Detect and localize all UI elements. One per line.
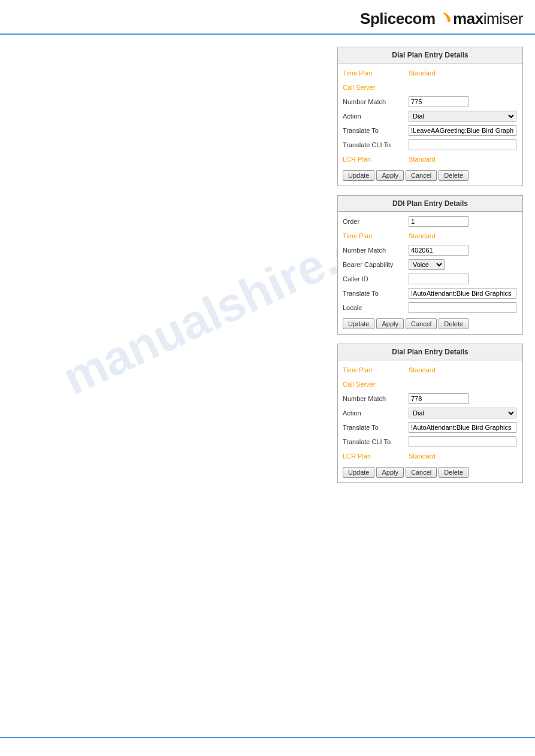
panel1-number-match-label: Number Match	[343, 98, 409, 105]
panel2-caller-id-label: Caller ID	[343, 275, 409, 283]
panel2-cancel-button[interactable]: Cancel	[406, 318, 437, 329]
panel2-apply-button[interactable]: Apply	[376, 318, 404, 329]
panel3-action-label: Action	[343, 409, 409, 417]
panel2-number-match-row: Number Match	[343, 244, 518, 256]
panel3-translate-to-input[interactable]	[409, 422, 516, 433]
panel2-caller-id-input[interactable]	[409, 274, 468, 284]
panel2-number-match-input[interactable]	[409, 245, 468, 256]
panel1-call-server-row: Call Server	[343, 81, 518, 93]
panel2-bearer-row: Bearer Capability Voice	[343, 259, 518, 271]
panel2-order-row: Order	[343, 215, 518, 227]
panel3-call-server-row: Call Server	[343, 378, 518, 390]
panel1-action-row: Action Dial	[343, 110, 518, 122]
panel1-action-label: Action	[343, 113, 409, 120]
panel3-number-match-input[interactable]	[409, 393, 468, 404]
panel1-body: Time Plan Standard Call Server Number Ma…	[338, 63, 522, 186]
panel2-order-label: Order	[343, 218, 409, 225]
panel1-translate-cli-row: Translate CLI To	[343, 139, 518, 151]
panel3-apply-button[interactable]: Apply	[376, 467, 404, 478]
panel1-translate-to-row: Translate To	[343, 125, 518, 136]
panel1-translate-cli-label: Translate CLI To	[343, 141, 409, 148]
panel2-update-button[interactable]: Update	[343, 318, 374, 329]
panel1-translate-to-label: Translate To	[343, 127, 409, 134]
panel3-number-match-label: Number Match	[343, 395, 409, 402]
panel1-time-plan-label[interactable]: Time Plan	[343, 69, 409, 77]
panel3-delete-button[interactable]: Delete	[439, 467, 468, 478]
panel3-translate-cli-label: Translate CLI To	[343, 438, 409, 445]
panel3-lcr-plan-value: Standard	[409, 453, 436, 460]
panel3-translate-to-row: Translate To	[343, 421, 518, 433]
main-content: Dial Plan Entry Details Time Plan Standa…	[0, 35, 535, 495]
panel2-time-plan-row: Time Plan Standard	[343, 230, 518, 242]
panel3-time-plan-row: Time Plan Standard	[343, 364, 518, 376]
panel1-lcr-plan-label[interactable]: LCR Plan	[343, 156, 409, 163]
panel2-body: Order Time Plan Standard Number Match Be…	[338, 212, 522, 334]
header: Splicecomヽmaximiser	[0, 0, 535, 35]
panel1-delete-button[interactable]: Delete	[439, 170, 468, 181]
panel1-action-select[interactable]: Dial	[409, 111, 516, 122]
panel1-cancel-button[interactable]: Cancel	[406, 170, 437, 181]
panel2-bearer-select[interactable]: Voice	[409, 259, 445, 270]
panel1-time-plan-value: Standard	[409, 69, 436, 77]
panel1-lcr-plan-row: LCR Plan Standard	[343, 153, 518, 165]
panel2-number-match-label: Number Match	[343, 247, 409, 254]
panel3-time-plan-label[interactable]: Time Plan	[343, 366, 409, 374]
panel2-translate-to-row: Translate To	[343, 287, 518, 299]
panel2-order-input[interactable]	[409, 216, 468, 227]
panel3-translate-to-label: Translate To	[343, 424, 409, 431]
panel-ddi-plan: DDI Plan Entry Details Order Time Plan S…	[337, 195, 523, 335]
footer-line	[0, 737, 535, 738]
panel2-caller-id-row: Caller ID	[343, 273, 518, 285]
panel2-time-plan-value: Standard	[409, 232, 436, 239]
panel-dial-plan-2: Dial Plan Entry Details Time Plan Standa…	[337, 344, 523, 483]
panel2-button-row: Update Apply Cancel Delete	[343, 316, 518, 330]
panel2-locale-row: Locale	[343, 302, 518, 314]
panel1-lcr-plan-value: Standard	[409, 156, 436, 163]
panel2-bearer-label: Bearer Capability	[343, 261, 409, 268]
panel-dial-plan-1: Dial Plan Entry Details Time Plan Standa…	[337, 47, 523, 186]
panel2-locale-label: Locale	[343, 304, 409, 311]
panel1-button-row: Update Apply Cancel Delete	[343, 168, 518, 182]
panel1-number-match-row: Number Match	[343, 96, 518, 108]
panel2-title: DDI Plan Entry Details	[338, 196, 522, 212]
panel1-translate-cli-input[interactable]	[409, 139, 516, 150]
panel3-lcr-plan-label[interactable]: LCR Plan	[343, 453, 409, 460]
logo: Splicecomヽmaximiser	[360, 6, 523, 31]
panel3-translate-cli-input[interactable]	[409, 436, 516, 447]
panel2-time-plan-label[interactable]: Time Plan	[343, 232, 409, 239]
panel3-lcr-plan-row: LCR Plan Standard	[343, 450, 518, 462]
panel3-translate-cli-row: Translate CLI To	[343, 436, 518, 448]
panel3-time-plan-value: Standard	[409, 366, 436, 374]
panel1-number-match-input[interactable]	[409, 96, 468, 107]
panel2-locale-input[interactable]	[409, 302, 516, 313]
panel1-apply-button[interactable]: Apply	[376, 170, 404, 181]
panel3-number-match-row: Number Match	[343, 393, 518, 405]
panel1-title: Dial Plan Entry Details	[338, 47, 522, 63]
panel1-call-server-label[interactable]: Call Server	[343, 84, 409, 91]
panel3-body: Time Plan Standard Call Server Number Ma…	[338, 360, 522, 482]
panel3-call-server-label[interactable]: Call Server	[343, 381, 409, 388]
panel1-update-button[interactable]: Update	[343, 170, 374, 181]
panel3-cancel-button[interactable]: Cancel	[406, 467, 437, 478]
panel1-translate-to-input[interactable]	[409, 125, 516, 136]
panel3-button-row: Update Apply Cancel Delete	[343, 464, 518, 479]
panel3-action-row: Action Dial	[343, 407, 518, 419]
panel2-translate-to-input[interactable]	[409, 288, 516, 299]
panel3-action-select[interactable]: Dial	[409, 408, 516, 418]
panel1-time-plan-row: Time Plan Standard	[343, 67, 518, 79]
panel2-delete-button[interactable]: Delete	[439, 318, 468, 329]
panel3-title: Dial Plan Entry Details	[338, 344, 522, 360]
panel2-translate-to-label: Translate To	[343, 290, 409, 297]
panel3-update-button[interactable]: Update	[343, 467, 374, 478]
